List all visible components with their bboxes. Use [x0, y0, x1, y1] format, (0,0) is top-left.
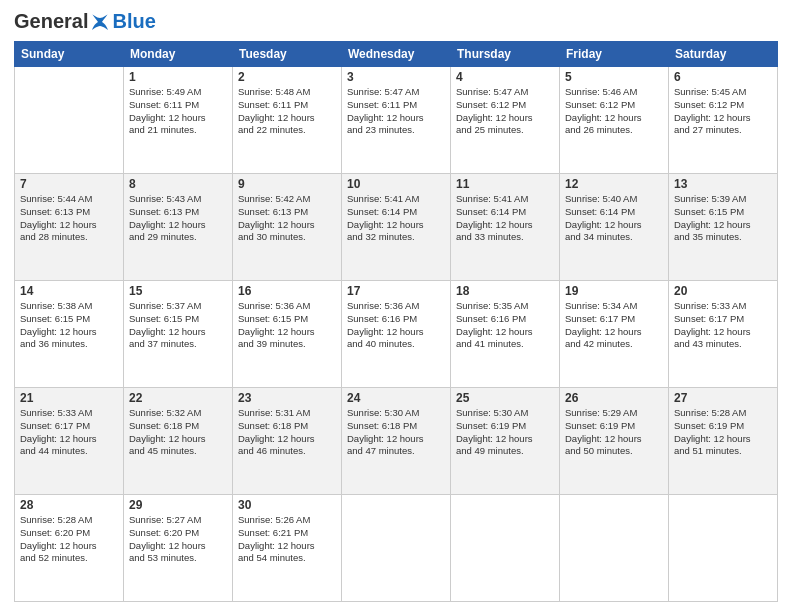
day-info: Sunrise: 5:45 AM Sunset: 6:12 PM Dayligh… [674, 86, 772, 137]
day-number: 10 [347, 177, 445, 191]
calendar-day-cell: 16Sunrise: 5:36 AM Sunset: 6:15 PM Dayli… [233, 281, 342, 388]
calendar-day-cell: 11Sunrise: 5:41 AM Sunset: 6:14 PM Dayli… [451, 174, 560, 281]
day-info: Sunrise: 5:34 AM Sunset: 6:17 PM Dayligh… [565, 300, 663, 351]
day-number: 4 [456, 70, 554, 84]
day-number: 5 [565, 70, 663, 84]
calendar-week-row: 14Sunrise: 5:38 AM Sunset: 6:15 PM Dayli… [15, 281, 778, 388]
day-info: Sunrise: 5:42 AM Sunset: 6:13 PM Dayligh… [238, 193, 336, 244]
day-info: Sunrise: 5:48 AM Sunset: 6:11 PM Dayligh… [238, 86, 336, 137]
calendar-day-cell: 7Sunrise: 5:44 AM Sunset: 6:13 PM Daylig… [15, 174, 124, 281]
calendar-day-cell: 24Sunrise: 5:30 AM Sunset: 6:18 PM Dayli… [342, 388, 451, 495]
calendar-day-cell: 25Sunrise: 5:30 AM Sunset: 6:19 PM Dayli… [451, 388, 560, 495]
logo-area: General Blue [14, 10, 156, 33]
day-number: 24 [347, 391, 445, 405]
day-info: Sunrise: 5:30 AM Sunset: 6:18 PM Dayligh… [347, 407, 445, 458]
day-info: Sunrise: 5:28 AM Sunset: 6:20 PM Dayligh… [20, 514, 118, 565]
day-info: Sunrise: 5:38 AM Sunset: 6:15 PM Dayligh… [20, 300, 118, 351]
day-info: Sunrise: 5:37 AM Sunset: 6:15 PM Dayligh… [129, 300, 227, 351]
day-number: 3 [347, 70, 445, 84]
day-info: Sunrise: 5:44 AM Sunset: 6:13 PM Dayligh… [20, 193, 118, 244]
calendar-day-cell: 26Sunrise: 5:29 AM Sunset: 6:19 PM Dayli… [560, 388, 669, 495]
day-info: Sunrise: 5:32 AM Sunset: 6:18 PM Dayligh… [129, 407, 227, 458]
day-number: 23 [238, 391, 336, 405]
logo-text-general: General [14, 10, 88, 33]
day-info: Sunrise: 5:28 AM Sunset: 6:19 PM Dayligh… [674, 407, 772, 458]
day-number: 30 [238, 498, 336, 512]
calendar-header-cell: Monday [124, 42, 233, 67]
calendar-day-cell [342, 495, 451, 602]
day-number: 2 [238, 70, 336, 84]
calendar-day-cell: 10Sunrise: 5:41 AM Sunset: 6:14 PM Dayli… [342, 174, 451, 281]
day-info: Sunrise: 5:47 AM Sunset: 6:11 PM Dayligh… [347, 86, 445, 137]
calendar-day-cell: 17Sunrise: 5:36 AM Sunset: 6:16 PM Dayli… [342, 281, 451, 388]
day-number: 17 [347, 284, 445, 298]
day-info: Sunrise: 5:41 AM Sunset: 6:14 PM Dayligh… [456, 193, 554, 244]
day-info: Sunrise: 5:30 AM Sunset: 6:19 PM Dayligh… [456, 407, 554, 458]
calendar-header-cell: Saturday [669, 42, 778, 67]
day-number: 7 [20, 177, 118, 191]
day-info: Sunrise: 5:43 AM Sunset: 6:13 PM Dayligh… [129, 193, 227, 244]
calendar-day-cell: 18Sunrise: 5:35 AM Sunset: 6:16 PM Dayli… [451, 281, 560, 388]
day-number: 25 [456, 391, 554, 405]
day-number: 21 [20, 391, 118, 405]
day-info: Sunrise: 5:27 AM Sunset: 6:20 PM Dayligh… [129, 514, 227, 565]
day-number: 18 [456, 284, 554, 298]
calendar-day-cell: 14Sunrise: 5:38 AM Sunset: 6:15 PM Dayli… [15, 281, 124, 388]
day-info: Sunrise: 5:29 AM Sunset: 6:19 PM Dayligh… [565, 407, 663, 458]
calendar-day-cell: 23Sunrise: 5:31 AM Sunset: 6:18 PM Dayli… [233, 388, 342, 495]
calendar-day-cell: 22Sunrise: 5:32 AM Sunset: 6:18 PM Dayli… [124, 388, 233, 495]
day-info: Sunrise: 5:33 AM Sunset: 6:17 PM Dayligh… [674, 300, 772, 351]
calendar-day-cell: 9Sunrise: 5:42 AM Sunset: 6:13 PM Daylig… [233, 174, 342, 281]
calendar-day-cell: 6Sunrise: 5:45 AM Sunset: 6:12 PM Daylig… [669, 67, 778, 174]
calendar-day-cell: 13Sunrise: 5:39 AM Sunset: 6:15 PM Dayli… [669, 174, 778, 281]
calendar-week-row: 21Sunrise: 5:33 AM Sunset: 6:17 PM Dayli… [15, 388, 778, 495]
day-number: 13 [674, 177, 772, 191]
calendar-day-cell: 30Sunrise: 5:26 AM Sunset: 6:21 PM Dayli… [233, 495, 342, 602]
calendar-day-cell: 27Sunrise: 5:28 AM Sunset: 6:19 PM Dayli… [669, 388, 778, 495]
day-number: 1 [129, 70, 227, 84]
day-number: 19 [565, 284, 663, 298]
calendar-day-cell: 28Sunrise: 5:28 AM Sunset: 6:20 PM Dayli… [15, 495, 124, 602]
calendar-week-row: 28Sunrise: 5:28 AM Sunset: 6:20 PM Dayli… [15, 495, 778, 602]
calendar-header-cell: Tuesday [233, 42, 342, 67]
day-info: Sunrise: 5:46 AM Sunset: 6:12 PM Dayligh… [565, 86, 663, 137]
calendar-day-cell: 5Sunrise: 5:46 AM Sunset: 6:12 PM Daylig… [560, 67, 669, 174]
day-info: Sunrise: 5:49 AM Sunset: 6:11 PM Dayligh… [129, 86, 227, 137]
day-number: 29 [129, 498, 227, 512]
header: General Blue [14, 10, 778, 33]
calendar-table: SundayMondayTuesdayWednesdayThursdayFrid… [14, 41, 778, 602]
calendar-day-cell: 20Sunrise: 5:33 AM Sunset: 6:17 PM Dayli… [669, 281, 778, 388]
logo-text-blue: Blue [112, 10, 155, 33]
day-number: 28 [20, 498, 118, 512]
calendar-day-cell [451, 495, 560, 602]
day-number: 14 [20, 284, 118, 298]
day-number: 11 [456, 177, 554, 191]
day-number: 26 [565, 391, 663, 405]
day-info: Sunrise: 5:40 AM Sunset: 6:14 PM Dayligh… [565, 193, 663, 244]
day-info: Sunrise: 5:39 AM Sunset: 6:15 PM Dayligh… [674, 193, 772, 244]
day-number: 20 [674, 284, 772, 298]
day-info: Sunrise: 5:35 AM Sunset: 6:16 PM Dayligh… [456, 300, 554, 351]
calendar-day-cell: 4Sunrise: 5:47 AM Sunset: 6:12 PM Daylig… [451, 67, 560, 174]
day-number: 6 [674, 70, 772, 84]
day-number: 9 [238, 177, 336, 191]
calendar-day-cell: 15Sunrise: 5:37 AM Sunset: 6:15 PM Dayli… [124, 281, 233, 388]
day-info: Sunrise: 5:33 AM Sunset: 6:17 PM Dayligh… [20, 407, 118, 458]
calendar-day-cell: 1Sunrise: 5:49 AM Sunset: 6:11 PM Daylig… [124, 67, 233, 174]
calendar-header-cell: Friday [560, 42, 669, 67]
calendar-day-cell: 8Sunrise: 5:43 AM Sunset: 6:13 PM Daylig… [124, 174, 233, 281]
calendar-day-cell: 3Sunrise: 5:47 AM Sunset: 6:11 PM Daylig… [342, 67, 451, 174]
calendar-day-cell: 29Sunrise: 5:27 AM Sunset: 6:20 PM Dayli… [124, 495, 233, 602]
page: General Blue SundayMondayTuesdayWednesda… [0, 0, 792, 612]
day-info: Sunrise: 5:31 AM Sunset: 6:18 PM Dayligh… [238, 407, 336, 458]
calendar-day-cell: 12Sunrise: 5:40 AM Sunset: 6:14 PM Dayli… [560, 174, 669, 281]
day-info: Sunrise: 5:41 AM Sunset: 6:14 PM Dayligh… [347, 193, 445, 244]
calendar-day-cell: 19Sunrise: 5:34 AM Sunset: 6:17 PM Dayli… [560, 281, 669, 388]
calendar-day-cell [669, 495, 778, 602]
calendar-header-cell: Wednesday [342, 42, 451, 67]
day-info: Sunrise: 5:36 AM Sunset: 6:16 PM Dayligh… [347, 300, 445, 351]
calendar-day-cell [15, 67, 124, 174]
calendar-day-cell: 2Sunrise: 5:48 AM Sunset: 6:11 PM Daylig… [233, 67, 342, 174]
day-number: 22 [129, 391, 227, 405]
calendar-day-cell: 21Sunrise: 5:33 AM Sunset: 6:17 PM Dayli… [15, 388, 124, 495]
